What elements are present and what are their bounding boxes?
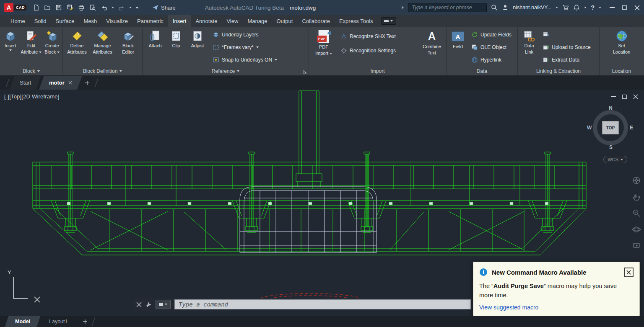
- block-editor-button[interactable]: Block Editor: [116, 28, 140, 67]
- attach-button[interactable]: Attach: [144, 28, 166, 67]
- ribbon-tab-home[interactable]: Home: [6, 15, 30, 27]
- ribbon-tab-surface[interactable]: Surface: [51, 15, 79, 27]
- update-fields-button[interactable]: Update Fields: [469, 29, 515, 41]
- plot-button[interactable]: [78, 4, 85, 11]
- account-dropdown-caret[interactable]: [556, 7, 558, 8]
- create-block-button[interactable]: Create Block: [43, 28, 61, 67]
- model-tab[interactable]: Model: [5, 316, 41, 327]
- full-navigation-wheel-icon[interactable]: [632, 176, 641, 185]
- hyperlink-button[interactable]: Hyperlink: [469, 54, 515, 66]
- ribbon-tab-manage[interactable]: Manage: [243, 15, 272, 27]
- pan-icon[interactable]: [632, 192, 641, 201]
- account-menu[interactable]: nishant.naikVY...: [513, 5, 551, 10]
- suggested-macro-link[interactable]: View suggested macro: [479, 304, 538, 311]
- ribbon-tab-parametric[interactable]: Parametric: [132, 15, 168, 27]
- panel-reference-label[interactable]: Reference: [143, 67, 309, 75]
- zoom-icon[interactable]: [632, 209, 641, 218]
- ribbon-tab-insert[interactable]: Insert: [168, 15, 191, 27]
- command-options-button[interactable]: [156, 300, 171, 309]
- viewcube-top-face[interactable]: TOP: [602, 121, 619, 134]
- viewcube-south[interactable]: S: [609, 144, 613, 150]
- new-layout-button[interactable]: [78, 316, 92, 327]
- ribbon-tab-view[interactable]: View: [222, 15, 243, 27]
- motor-tab-close-icon[interactable]: [68, 81, 72, 85]
- underlay-layers-button[interactable]: Underlay Layers: [210, 29, 306, 41]
- ole-object-button[interactable]: OLE Object: [469, 41, 515, 53]
- upload-to-source-button[interactable]: Upload to Source: [540, 41, 597, 53]
- viewcube[interactable]: N W E S TOP: [589, 107, 631, 149]
- insert-block-button[interactable]: Insert: [2, 28, 19, 67]
- viewcube-west[interactable]: W: [587, 125, 592, 131]
- redo-dropdown-caret[interactable]: [129, 7, 132, 8]
- panel-block-label[interactable]: Block: [0, 67, 62, 75]
- layout1-tab[interactable]: Layout1: [39, 316, 78, 327]
- pdf-import-button[interactable]: PDF PDF Import: [311, 28, 337, 67]
- viewport-restore-icon[interactable]: [622, 95, 627, 99]
- panel-block-definition-label[interactable]: Block Definition: [63, 67, 142, 75]
- frames-dropdown[interactable]: *Frames vary*: [210, 41, 306, 53]
- close-button[interactable]: [634, 5, 640, 10]
- extract-data-button[interactable]: Extract Data: [540, 54, 597, 66]
- new-file-button[interactable]: [32, 4, 40, 11]
- viewport-controls-label[interactable]: [-][Top][2D Wireframe]: [4, 93, 60, 100]
- redo-button[interactable]: [118, 4, 125, 11]
- save-button[interactable]: [55, 4, 62, 11]
- ribbon-tab-output[interactable]: Output: [272, 15, 297, 27]
- new-drawing-tab-button[interactable]: [80, 76, 95, 90]
- ribbon-tab-visualize[interactable]: Visualize: [101, 15, 132, 27]
- plot-preview-button[interactable]: [89, 4, 96, 11]
- qat-customize-caret[interactable]: [135, 7, 139, 9]
- edit-attribute-button[interactable]: Edit Attribute: [20, 28, 43, 67]
- motor-tab[interactable]: motor: [39, 76, 82, 90]
- undo-dropdown-caret[interactable]: [112, 7, 114, 8]
- download-from-source-button[interactable]: [540, 29, 597, 41]
- ribbon-tab-express-tools[interactable]: Express Tools: [335, 15, 378, 27]
- cart-icon[interactable]: [562, 4, 569, 11]
- manage-attributes-button[interactable]: Manage Attributes: [90, 28, 115, 67]
- autocad-logo[interactable]: A CAD: [4, 3, 26, 12]
- adjust-button[interactable]: Adjust: [186, 28, 209, 67]
- wcs-selector[interactable]: WCS: [603, 156, 627, 163]
- ribbon-tab-annotate[interactable]: Annotate: [191, 15, 222, 27]
- command-input[interactable]: [174, 299, 471, 309]
- command-customize-wrench-icon[interactable]: [145, 301, 152, 308]
- viewcube-north[interactable]: N: [609, 105, 613, 111]
- field-button[interactable]: A Field: [448, 28, 467, 67]
- open-file-button[interactable]: [44, 4, 51, 11]
- minimize-button[interactable]: [610, 7, 615, 8]
- undo-button[interactable]: [100, 4, 108, 11]
- recognize-shx-text-button[interactable]: Recognize SHX Text: [338, 31, 418, 42]
- clip-button[interactable]: Clip: [167, 28, 185, 67]
- viewport-minimize-icon[interactable]: [611, 96, 616, 97]
- search-input[interactable]: [408, 3, 487, 12]
- recognition-settings-button[interactable]: Recognition Settings: [338, 45, 418, 57]
- save-as-button[interactable]: [66, 4, 74, 11]
- search-icon[interactable]: [491, 4, 498, 11]
- start-tab[interactable]: Start: [10, 76, 41, 90]
- viewcube-east[interactable]: E: [630, 125, 633, 131]
- navigation-bar[interactable]: [632, 176, 641, 250]
- ribbon-tab-solid[interactable]: Solid: [30, 15, 51, 27]
- command-close-icon[interactable]: [136, 302, 142, 307]
- combine-text-button[interactable]: A Combine Text: [419, 28, 444, 67]
- orbit-icon[interactable]: [632, 225, 641, 234]
- set-location-button[interactable]: Set Location: [609, 28, 634, 67]
- notifications-dropdown-caret[interactable]: [584, 7, 587, 8]
- notifications-bell-icon[interactable]: [573, 4, 580, 11]
- help-dropdown-caret[interactable]: [599, 7, 601, 8]
- viewport-close-icon[interactable]: [633, 94, 638, 99]
- share-button[interactable]: Share: [152, 5, 176, 11]
- ribbon-display-toggle[interactable]: [381, 17, 396, 25]
- maximize-button[interactable]: [622, 5, 627, 10]
- define-attributes-button[interactable]: Define Attributes: [65, 28, 89, 67]
- ribbon-tab-mesh[interactable]: Mesh: [79, 15, 101, 27]
- notification-close-button[interactable]: [624, 268, 634, 277]
- search-expand-icon[interactable]: [402, 6, 404, 9]
- data-link-button[interactable]: Data Link: [519, 28, 539, 67]
- ribbon-tab-collaborate[interactable]: Collaborate: [297, 15, 335, 27]
- showmotion-icon[interactable]: [632, 241, 641, 250]
- snap-to-underlays-dropdown[interactable]: Snap to Underlays ON: [210, 54, 306, 66]
- help-menu[interactable]: ?: [591, 4, 595, 11]
- drawing-viewport[interactable]: [-][Top][2D Wireframe] N W E S TOP WCS Y…: [0, 90, 644, 316]
- reference-dialog-launcher[interactable]: [303, 70, 307, 74]
